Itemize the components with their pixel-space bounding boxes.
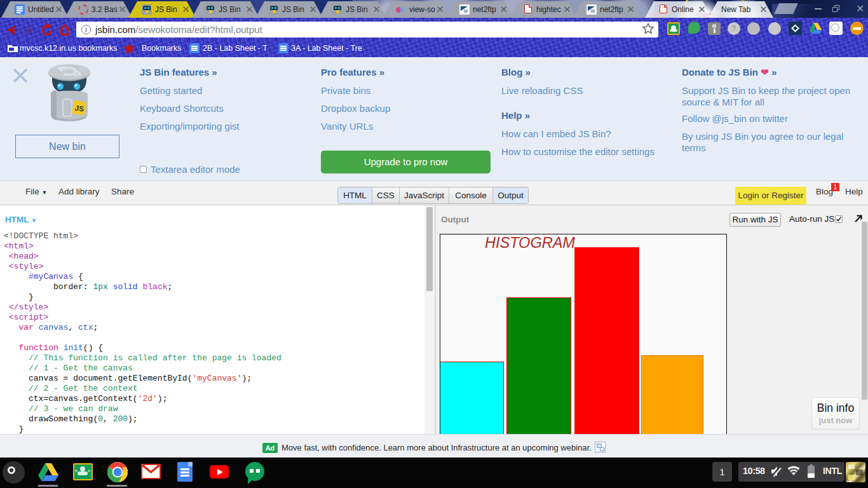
svg-text:JS: JS <box>74 104 85 113</box>
